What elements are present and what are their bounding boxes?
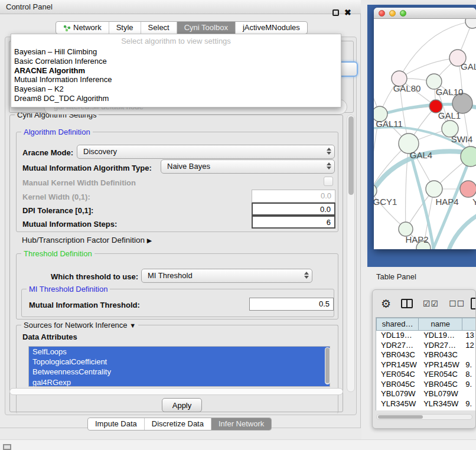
column-header[interactable] bbox=[462, 318, 476, 331]
dropdown-item[interactable]: Basic Correlation Inference bbox=[11, 57, 341, 66]
mi-type-combo[interactable]: Naive Bayes bbox=[161, 159, 335, 174]
dropdown-item[interactable]: Mutual Information Inference bbox=[11, 75, 341, 84]
manual-kernel-checkbox[interactable] bbox=[324, 177, 333, 186]
data-attributes-label: Data Attributes bbox=[22, 332, 77, 341]
tab-infer-network[interactable]: Infer Network bbox=[211, 418, 271, 430]
table-cell: YLR345W bbox=[376, 399, 419, 409]
minimize-traffic-light-icon[interactable] bbox=[389, 10, 396, 17]
table-cell: YLR345W bbox=[419, 399, 462, 409]
network-edge bbox=[409, 146, 434, 249]
close-traffic-light-icon[interactable] bbox=[379, 10, 385, 17]
attribute-list-item[interactable]: TopologicalCoefficient bbox=[29, 357, 330, 367]
settings-vertical-scrollbar[interactable] bbox=[347, 115, 355, 392]
bottom-tabbar: Impute DataDiscretize DataInfer Network bbox=[87, 418, 272, 431]
close-icon[interactable]: ✖ bbox=[344, 8, 354, 18]
stepper-arrows-icon bbox=[327, 162, 331, 169]
which-threshold-combo[interactable]: MI Threshold bbox=[141, 269, 312, 283]
mi-threshold-field[interactable]: 0.5 bbox=[249, 298, 334, 311]
table-cell: 12 bbox=[462, 341, 476, 351]
dropdown-item[interactable]: Bayesian – Hill Climbing bbox=[11, 47, 341, 57]
network-node-top-partial[interactable] bbox=[465, 19, 476, 28]
select-all-checkboxes-icon[interactable]: ☑☑ bbox=[423, 299, 439, 308]
dpi-tolerance-label: DPI Tolerance [0,1]: bbox=[22, 206, 93, 215]
split-columns-icon[interactable] bbox=[401, 299, 413, 308]
tab-impute-data[interactable]: Impute Data bbox=[88, 418, 144, 430]
attribute-list-item[interactable]: gal4RGexp bbox=[29, 377, 330, 387]
column-header[interactable]: shared… bbox=[376, 318, 419, 331]
attribute-list-item[interactable]: BetweennessCentrality bbox=[29, 367, 330, 377]
table-cell: YDL19… bbox=[419, 331, 462, 341]
table-cell: YER054C bbox=[376, 370, 419, 380]
tab-jactivemnodules[interactable]: jActiveMNodules bbox=[235, 22, 307, 34]
document-icon[interactable] bbox=[471, 298, 476, 309]
network-node-big-green[interactable] bbox=[461, 146, 476, 167]
zoom-traffic-light-icon[interactable] bbox=[400, 10, 406, 17]
table-cell: YER054C bbox=[419, 370, 462, 380]
table-cell: 8. bbox=[462, 409, 476, 410]
threshold-definition-group: Threshold Definition Which threshold to … bbox=[16, 253, 338, 319]
kernel-width-field[interactable]: 0.0 bbox=[252, 190, 335, 203]
table-row[interactable]: YDR27…YDR27…12 bbox=[376, 341, 476, 351]
which-threshold-label: Which threshold to use: bbox=[51, 272, 138, 281]
tab-style[interactable]: Style bbox=[109, 22, 141, 34]
network-node-label: GAL4 bbox=[410, 150, 432, 160]
network-window-titlebar bbox=[374, 8, 476, 19]
mi-threshold-group: MI Threshold Definition Mutual Informati… bbox=[21, 289, 334, 317]
table-horizontal-scrollbar[interactable] bbox=[376, 414, 472, 420]
float-window-icon[interactable] bbox=[332, 9, 339, 16]
mi-steps-label: Mutual Information Steps: bbox=[22, 220, 117, 229]
settings-gear-icon[interactable]: ⚙ bbox=[381, 298, 391, 309]
tab-network[interactable]: Network bbox=[56, 22, 109, 34]
network-node-label: GAL10 bbox=[436, 87, 464, 97]
expander-right-icon: ▶ bbox=[147, 237, 152, 244]
table-cell bbox=[462, 350, 476, 360]
table-cell: YPR145W bbox=[376, 360, 419, 370]
tab-select[interactable]: Select bbox=[141, 22, 177, 34]
control-panel-title: Control Panel bbox=[6, 2, 53, 11]
aracne-mode-combo[interactable]: Discovery bbox=[77, 145, 335, 159]
table-row[interactable]: YIL053CYIL053C8. bbox=[376, 409, 476, 410]
table-cell: YBL079W bbox=[419, 389, 462, 399]
dpi-tolerance-field[interactable]: 0.0 bbox=[252, 203, 335, 216]
cyni-algorithm-settings-group: Cyni Algorithm Settings Algorithm Defini… bbox=[9, 115, 343, 412]
dropdown-item[interactable]: Dream8 DC_TDC Algorithm bbox=[11, 94, 341, 103]
mi-steps-field[interactable]: 6 bbox=[252, 216, 335, 229]
table-cell: YBL079W bbox=[376, 389, 419, 399]
table-row[interactable]: YPR145WYPR145W9. bbox=[376, 360, 476, 370]
network-graph-canvas[interactable]: GALGAL80GAL10GAL1GAL11SWI4GAL4GCY1HAP4YH… bbox=[374, 19, 476, 249]
aracne-mode-label: Aracne Mode: bbox=[22, 148, 73, 157]
attribute-list-item[interactable]: SelfLoops bbox=[29, 347, 330, 357]
stepper-arrows-icon bbox=[327, 148, 331, 155]
settings-horizontal-scrollbar[interactable] bbox=[9, 388, 343, 395]
algorithm-dropdown-popup: Select algorithm to view settings Bayesi… bbox=[11, 34, 341, 107]
deselect-all-checkboxes-icon[interactable]: ☐☐ bbox=[449, 299, 465, 308]
table-row[interactable]: YER054CYER054C8. bbox=[376, 370, 476, 380]
mi-threshold-title: MI Threshold Definition bbox=[27, 285, 110, 294]
tab-cyni-toolbox[interactable]: Cyni Toolbox bbox=[177, 22, 235, 34]
attributes-scrollbar[interactable] bbox=[325, 347, 330, 384]
table-row[interactable]: YLR345WYLR345W9. bbox=[376, 399, 476, 409]
hub-definition-expander[interactable]: Hub/Transcription Factor Definition ▶ bbox=[22, 236, 152, 244]
table-row[interactable]: YBR043CYBR043C bbox=[376, 350, 476, 360]
network-node-label: SWI4 bbox=[451, 134, 473, 144]
dropdown-item[interactable]: Bayesian – K2 bbox=[11, 84, 341, 94]
table-row[interactable]: YDL19…YDL19…13 bbox=[376, 331, 476, 341]
table-row[interactable]: YBL079WYBL079W bbox=[376, 389, 476, 399]
table-cell: 9. bbox=[462, 380, 476, 390]
table-row[interactable]: YBR045CYBR045C9. bbox=[376, 380, 476, 390]
sources-title[interactable]: Sources for Network Inference ▼ bbox=[21, 321, 138, 330]
network-node-pink-right[interactable] bbox=[460, 181, 476, 197]
dropdown-item[interactable]: ARACNE Algorithm bbox=[11, 66, 341, 76]
mi-type-label: Mutual Information Algorithm Type: bbox=[22, 164, 152, 172]
network-node-HAP4[interactable] bbox=[426, 181, 442, 197]
table-cell: YDL19… bbox=[376, 331, 419, 341]
apply-button[interactable]: Apply bbox=[162, 398, 202, 412]
collapsed-panel-icon[interactable] bbox=[3, 444, 11, 450]
column-header[interactable]: name bbox=[419, 318, 462, 331]
kernel-width-label: Kernel Width (0,1): bbox=[22, 193, 90, 201]
table-cell: YIL053C bbox=[376, 409, 419, 410]
threshold-definition-title: Threshold Definition bbox=[21, 249, 94, 258]
control-panel-titlebar: Control Panel bbox=[0, 0, 361, 14]
network-node-label: GCY1 bbox=[374, 197, 397, 207]
tab-discretize-data[interactable]: Discretize Data bbox=[144, 418, 211, 430]
